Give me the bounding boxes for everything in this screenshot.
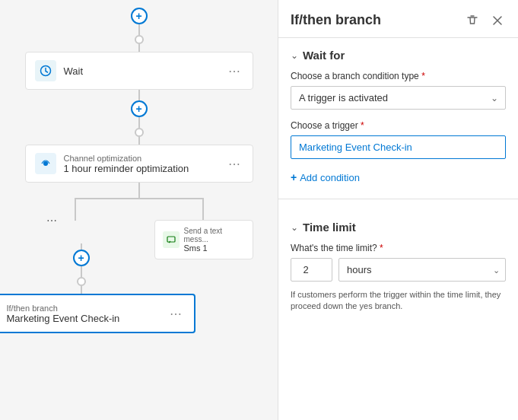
wait-menu[interactable]: ⋯	[225, 62, 243, 80]
v-line-right	[202, 198, 204, 221]
flow-node-3	[77, 277, 86, 286]
channel-icon	[35, 153, 56, 174]
trigger-required: *	[361, 120, 364, 131]
time-limit-section: ⌄ Time limit What's the time limit? * mi…	[278, 210, 518, 334]
properties-panel: If/then branch ⌄ Wait for Choose a branc…	[278, 0, 518, 420]
connector	[138, 137, 140, 145]
sms-card-title: Send a text mess...	[184, 227, 245, 243]
flow-node	[135, 35, 144, 44]
send-sms-card[interactable]: Send a text mess... Sms 1	[154, 220, 253, 259]
wait-icon	[35, 60, 56, 81]
sms-card-content: Send a text mess... Sms 1	[184, 227, 245, 253]
time-limit-label: What's the time limit? *	[291, 243, 506, 253]
ifthen-card[interactable]: If/then branch Marketing Event Check-in …	[0, 294, 195, 333]
channel-card-content: Channel optimization 1 hour reminder opt…	[64, 154, 225, 174]
v-line	[138, 183, 140, 198]
close-button[interactable]	[489, 14, 506, 27]
wait-card-content: Wait	[64, 65, 225, 77]
branch-dots-left[interactable]: ⋯	[46, 215, 57, 227]
add-step-top[interactable]: +	[131, 8, 148, 24]
time-limit-header[interactable]: ⌄ Time limit	[291, 221, 506, 234]
wait-for-title: Wait for	[303, 49, 345, 62]
time-limit-value-input[interactable]	[291, 258, 332, 282]
panel-header: If/then branch	[278, 0, 518, 38]
connector	[81, 286, 82, 294]
trigger-input[interactable]	[291, 135, 506, 159]
condition-type-required: *	[421, 71, 425, 81]
connector	[138, 24, 140, 35]
wait-for-section: ⌄ Wait for Choose a branch condition typ…	[278, 38, 518, 196]
connector	[81, 266, 82, 277]
time-limit-title: Time limit	[303, 221, 356, 234]
flow-canvas: + Wait ⋯ +	[0, 0, 278, 420]
wait-for-header[interactable]: ⌄ Wait for	[291, 49, 506, 62]
branch-split-area: ⋯ Send a text mess... Sms 1	[25, 183, 253, 243]
ifthen-card-subtitle: Marketing Event Check-in	[7, 313, 167, 324]
add-condition-plus: +	[291, 171, 297, 183]
time-limit-chevron: ⌄	[291, 222, 298, 233]
v-line-left	[75, 198, 76, 221]
svg-rect-2	[167, 237, 175, 242]
trigger-group: Choose a trigger *	[291, 120, 506, 159]
add-condition-label: Add condition	[300, 172, 360, 183]
panel-title: If/then branch	[291, 12, 463, 28]
wait-for-chevron: ⌄	[291, 50, 298, 61]
ifthen-card-content: If/then branch Marketing Event Check-in	[7, 304, 167, 324]
wait-label: Wait	[64, 65, 225, 77]
wait-card[interactable]: Wait ⋯	[25, 52, 253, 90]
time-unit-wrapper: minutes hours days ⌄	[338, 258, 506, 282]
time-limit-row: minutes hours days ⌄	[291, 258, 506, 282]
time-limit-required: *	[380, 243, 383, 253]
add-step-2[interactable]: +	[131, 100, 148, 117]
connector	[138, 90, 140, 100]
channel-menu[interactable]: ⋯	[225, 155, 243, 173]
delete-button[interactable]	[463, 13, 481, 28]
sms-icon	[163, 231, 180, 248]
add-condition-button[interactable]: + Add condition	[291, 170, 360, 185]
add-step-bottom[interactable]: +	[73, 250, 90, 266]
connector	[138, 44, 140, 52]
time-limit-help-text: If customers perform the trigger within …	[291, 289, 506, 313]
h-line	[75, 198, 204, 199]
connector	[138, 117, 140, 128]
connector	[81, 243, 82, 250]
condition-type-wrapper: A trigger is activated A condition is me…	[291, 86, 506, 110]
sms-card-subtitle: Sms 1	[184, 243, 245, 253]
ifthen-menu[interactable]: ⋯	[167, 305, 185, 323]
section-divider	[278, 199, 518, 199]
time-limit-field-group: What's the time limit? * minutes hours d…	[291, 243, 506, 313]
ifthen-card-title: If/then branch	[7, 304, 167, 313]
trigger-label: Choose a trigger *	[291, 120, 506, 131]
condition-type-label: Choose a branch condition type *	[291, 71, 506, 81]
channel-card-title: Channel optimization	[64, 154, 225, 163]
condition-type-group: Choose a branch condition type * A trigg…	[291, 71, 506, 110]
flow-node-2	[135, 128, 144, 137]
header-icons	[463, 13, 506, 28]
condition-type-select[interactable]: A trigger is activated A condition is me…	[291, 86, 506, 110]
channel-card-subtitle: 1 hour reminder optimization	[64, 163, 225, 174]
channel-opt-card[interactable]: Channel optimization 1 hour reminder opt…	[25, 145, 253, 183]
time-unit-select[interactable]: minutes hours days	[338, 258, 506, 282]
